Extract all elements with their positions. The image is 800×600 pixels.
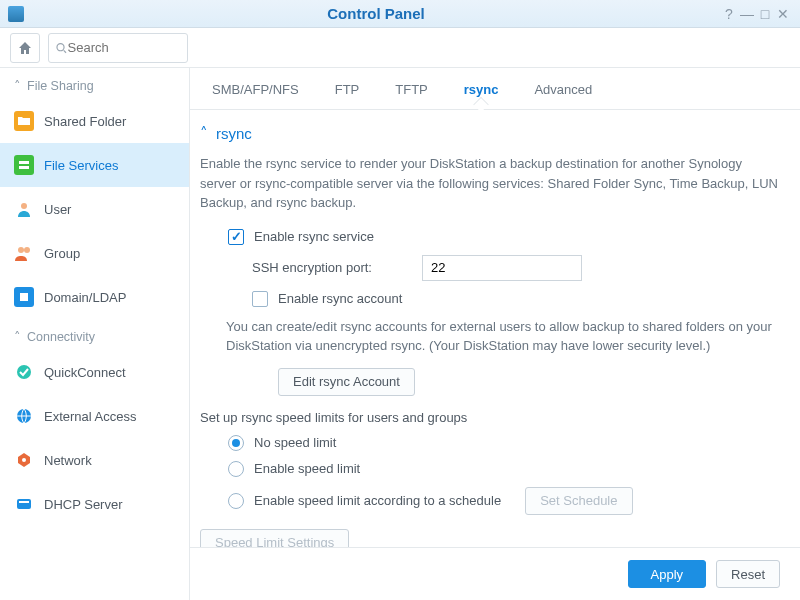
sidebar-item-label: Group (44, 246, 80, 261)
sidebar-item-label: QuickConnect (44, 365, 126, 380)
sidebar-item-label: External Access (44, 409, 137, 424)
speed-schedule-label: Enable speed limit according to a schedu… (254, 493, 501, 508)
tabs: SMB/AFP/NFS FTP TFTP rsync Advanced (190, 68, 800, 110)
section-description: Enable the rsync service to render your … (200, 154, 780, 213)
enable-rsync-account-label: Enable rsync account (278, 291, 402, 306)
sidebar-section-connectivity[interactable]: ˄ Connectivity (0, 319, 189, 350)
chevron-up-icon: ˄ (14, 329, 21, 344)
search-icon (55, 41, 68, 55)
folder-icon (14, 111, 34, 131)
sidebar-item-dhcp-server[interactable]: DHCP Server (0, 482, 189, 526)
toolbar (0, 28, 800, 68)
app-icon (8, 6, 24, 22)
close-icon[interactable]: ✕ (774, 6, 792, 22)
minimize-icon[interactable]: — (738, 6, 756, 22)
sidebar-item-network[interactable]: Network (0, 438, 189, 482)
svg-point-2 (21, 203, 27, 209)
file-services-icon (14, 155, 34, 175)
svg-rect-5 (20, 293, 28, 301)
sidebar-item-external-access[interactable]: External Access (0, 394, 189, 438)
svg-point-3 (18, 247, 24, 253)
speed-schedule-radio[interactable] (228, 493, 244, 509)
content-area: SMB/AFP/NFS FTP TFTP rsync Advanced ˄ rs… (190, 68, 800, 600)
tab-rsync[interactable]: rsync (446, 68, 517, 109)
enable-rsync-account-checkbox[interactable] (252, 291, 268, 307)
enable-rsync-label: Enable rsync service (254, 229, 374, 244)
svg-point-8 (22, 458, 26, 462)
edit-rsync-account-button[interactable]: Edit rsync Account (278, 368, 415, 396)
maximize-icon[interactable]: □ (756, 6, 774, 22)
ssh-port-input[interactable] (422, 255, 582, 281)
tab-tftp[interactable]: TFTP (377, 68, 446, 109)
sidebar-item-label: User (44, 202, 71, 217)
speed-limit-intro: Set up rsync speed limits for users and … (200, 410, 780, 425)
sidebar-section-file-sharing[interactable]: ˄ File Sharing (0, 68, 189, 99)
group-icon (14, 243, 34, 263)
svg-line-1 (64, 50, 66, 52)
section-toggle-rsync[interactable]: ˄ rsync (200, 124, 780, 142)
tab-smb-afp-nfs[interactable]: SMB/AFP/NFS (194, 68, 317, 109)
svg-rect-9 (17, 499, 31, 509)
quickconnect-icon (14, 362, 34, 382)
sidebar-item-label: DHCP Server (44, 497, 123, 512)
rsync-panel: ˄ rsync Enable the rsync service to rend… (190, 110, 800, 547)
globe-icon (14, 406, 34, 426)
sidebar-item-label: Domain/LDAP (44, 290, 126, 305)
sidebar-item-user[interactable]: User (0, 187, 189, 231)
section-title: rsync (216, 125, 252, 142)
speed-none-radio[interactable] (228, 435, 244, 451)
user-icon (14, 199, 34, 219)
tab-advanced[interactable]: Advanced (516, 68, 610, 109)
sidebar-item-label: File Services (44, 158, 118, 173)
sidebar-section-label: Connectivity (27, 330, 95, 344)
help-icon[interactable]: ? (720, 6, 738, 22)
chevron-up-icon: ˄ (200, 124, 208, 142)
tab-ftp[interactable]: FTP (317, 68, 378, 109)
ldap-icon (14, 287, 34, 307)
sidebar-item-label: Shared Folder (44, 114, 126, 129)
sidebar-item-file-services[interactable]: File Services (0, 143, 189, 187)
svg-point-6 (17, 365, 31, 379)
set-schedule-button[interactable]: Set Schedule (525, 487, 632, 515)
search-input[interactable] (68, 40, 181, 55)
sidebar-item-domain-ldap[interactable]: Domain/LDAP (0, 275, 189, 319)
network-icon (14, 450, 34, 470)
reset-button[interactable]: Reset (716, 560, 780, 588)
apply-button[interactable]: Apply (628, 560, 707, 588)
svg-point-4 (24, 247, 30, 253)
speed-limit-settings-button[interactable]: Speed Limit Settings (200, 529, 349, 548)
svg-point-0 (57, 43, 64, 50)
rsync-account-description: You can create/edit rsync accounts for e… (226, 317, 780, 356)
titlebar: Control Panel ? — □ ✕ (0, 0, 800, 28)
home-icon (17, 40, 33, 56)
ssh-port-label: SSH encryption port: (252, 260, 422, 275)
speed-enable-label: Enable speed limit (254, 461, 360, 476)
enable-rsync-checkbox[interactable] (228, 229, 244, 245)
svg-rect-10 (19, 501, 29, 503)
sidebar-item-shared-folder[interactable]: Shared Folder (0, 99, 189, 143)
sidebar-item-quickconnect[interactable]: QuickConnect (0, 350, 189, 394)
sidebar-item-label: Network (44, 453, 92, 468)
chevron-up-icon: ˄ (14, 78, 21, 93)
home-button[interactable] (10, 33, 40, 63)
footer: Apply Reset (190, 547, 800, 600)
sidebar: ˄ File Sharing Shared Folder File Servic… (0, 68, 190, 600)
sidebar-section-label: File Sharing (27, 79, 94, 93)
speed-enable-radio[interactable] (228, 461, 244, 477)
sidebar-item-group[interactable]: Group (0, 231, 189, 275)
speed-none-label: No speed limit (254, 435, 336, 450)
dhcp-icon (14, 494, 34, 514)
search-field[interactable] (48, 33, 188, 63)
window-title: Control Panel (32, 5, 720, 22)
